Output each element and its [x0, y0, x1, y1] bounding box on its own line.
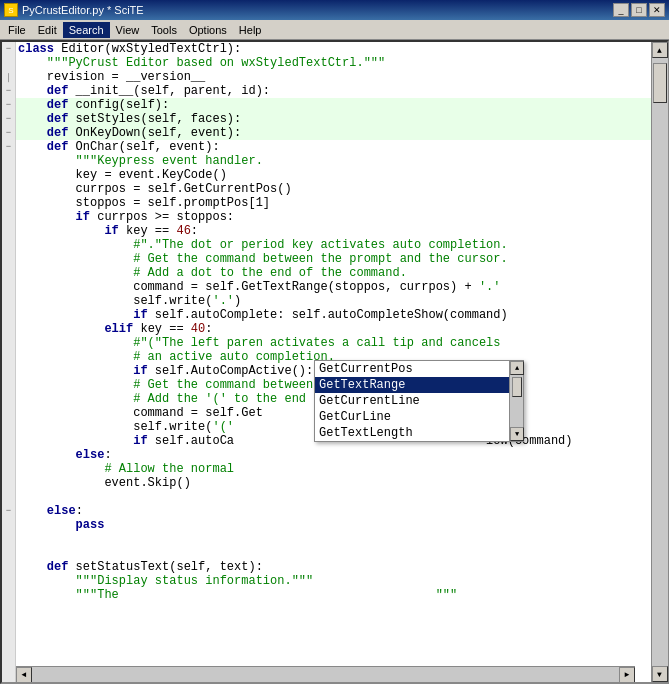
code-line-42	[16, 616, 651, 630]
fold-marker-44	[2, 644, 15, 658]
code-line-7: def OnKeyDown(self, event):	[16, 126, 651, 140]
menu-options[interactable]: Options	[183, 22, 233, 38]
fold-marker-22	[2, 336, 15, 350]
fold-marker-23	[2, 350, 15, 364]
fold-marker-6[interactable]	[2, 112, 15, 126]
fold-marker-30	[2, 448, 15, 462]
menu-edit[interactable]: Edit	[32, 22, 63, 38]
horizontal-scrollbar: ◄ ►	[16, 666, 635, 682]
menu-help[interactable]: Help	[233, 22, 268, 38]
ac-scroll-up-button[interactable]: ▲	[510, 361, 524, 375]
ac-item-4[interactable]: GetCurLine	[315, 409, 523, 425]
fold-marker-16	[2, 252, 15, 266]
code-line-32: event.Skip()	[16, 476, 651, 490]
fold-marker-2	[2, 56, 15, 70]
code-line-8: def OnChar(self, event):	[16, 140, 651, 154]
menu-file[interactable]: File	[2, 22, 32, 38]
app-icon: S	[4, 3, 18, 17]
scroll-thumb-v[interactable]	[653, 63, 667, 103]
autocomplete-dropdown[interactable]: GetCurrentPos GetTextRange GetCurrentLin…	[314, 360, 524, 442]
code-line-37	[16, 546, 651, 560]
fold-marker-26	[2, 392, 15, 406]
code-line-13: if currpos >= stoppos:	[16, 210, 651, 224]
scroll-track-h[interactable]	[32, 667, 619, 683]
code-line-30: else:	[16, 448, 651, 462]
code-line-16: # Get the command between the prompt and…	[16, 252, 651, 266]
code-line-38: def setStatusText(self, text):	[16, 560, 651, 574]
fold-marker-10	[2, 168, 15, 182]
code-lines: class Editor(wxStyledTextCtrl): """PyCru…	[16, 42, 651, 658]
fold-marker-40	[2, 588, 15, 602]
fold-marker-12	[2, 196, 15, 210]
code-line-14: if key == 46:	[16, 224, 651, 238]
maximize-button[interactable]: □	[631, 3, 647, 17]
code-line-10: key = event.KeyCode()	[16, 168, 651, 182]
ac-scroll-track	[510, 375, 523, 427]
menu-search[interactable]: Search	[63, 22, 110, 38]
fold-marker-8[interactable]	[2, 140, 15, 154]
ac-item-5[interactable]: GetTextLength	[315, 425, 523, 441]
fold-marker-4[interactable]	[2, 84, 15, 98]
fold-marker-5[interactable]	[2, 98, 15, 112]
ac-scroll-down-button[interactable]: ▼	[510, 427, 524, 441]
fold-marker-35	[2, 518, 15, 532]
code-line-5: def config(self):	[16, 98, 651, 112]
scroll-right-button[interactable]: ►	[619, 667, 635, 683]
fold-marker-14	[2, 224, 15, 238]
menu-view[interactable]: View	[110, 22, 146, 38]
fold-marker-33	[2, 490, 15, 504]
fold-marker-7[interactable]	[2, 126, 15, 140]
code-line-15: #"."The dot or period key activates auto…	[16, 238, 651, 252]
fold-marker-39	[2, 574, 15, 588]
code-area[interactable]: class Editor(wxStyledTextCtrl): """PyCru…	[16, 42, 651, 682]
vertical-scrollbar: ▲ ▼	[651, 42, 667, 682]
close-button[interactable]: ✕	[649, 3, 665, 17]
fold-marker-18	[2, 280, 15, 294]
scroll-left-button[interactable]: ◄	[16, 667, 32, 683]
code-line-35: pass	[16, 518, 651, 532]
scroll-track-v[interactable]	[652, 58, 668, 666]
code-line-20: if self.autoComplete: self.autoCompleteS…	[16, 308, 651, 322]
menu-tools[interactable]: Tools	[145, 22, 183, 38]
fold-marker-27	[2, 406, 15, 420]
minimize-button[interactable]: _	[613, 3, 629, 17]
ac-scroll-thumb[interactable]	[512, 377, 522, 397]
fold-marker-34[interactable]	[2, 504, 15, 518]
code-line-1: class Editor(wxStyledTextCtrl):	[16, 42, 651, 56]
code-line-43	[16, 630, 651, 644]
fold-marker-11	[2, 182, 15, 196]
code-line-19: self.write('.')	[16, 294, 651, 308]
fold-marker-1[interactable]	[2, 42, 15, 56]
fold-marker-38	[2, 560, 15, 574]
fold-marker-31	[2, 462, 15, 476]
title-bar-left: S PyCrustEditor.py * SciTE	[4, 3, 144, 17]
code-line-6: def setStyles(self, faces):	[16, 112, 651, 126]
fold-marker-42	[2, 616, 15, 630]
ac-item-2[interactable]: GetTextRange	[315, 377, 523, 393]
code-line-4: def __init__(self, parent, id):	[16, 84, 651, 98]
window-title: PyCrustEditor.py * SciTE	[22, 4, 144, 16]
code-line-44	[16, 644, 651, 658]
code-line-40: """The """	[16, 588, 651, 602]
code-line-17: # Add a dot to the end of the command.	[16, 266, 651, 280]
code-line-12: stoppos = self.promptPos[1]	[16, 196, 651, 210]
left-margin	[2, 42, 16, 682]
ac-scrollbar: ▲ ▼	[509, 361, 523, 441]
scroll-up-button[interactable]: ▲	[652, 42, 668, 58]
fold-marker-9	[2, 154, 15, 168]
ac-item-3[interactable]: GetCurrentLine	[315, 393, 523, 409]
fold-marker-19	[2, 294, 15, 308]
menu-bar: File Edit Search View Tools Options Help	[0, 20, 669, 40]
fold-marker-32	[2, 476, 15, 490]
fold-marker-24	[2, 364, 15, 378]
code-line-41	[16, 602, 651, 616]
code-line-22: #"("The left paren activates a call tip …	[16, 336, 651, 350]
scroll-down-button[interactable]: ▼	[652, 666, 668, 682]
code-line-33	[16, 490, 651, 504]
ac-item-1[interactable]: GetCurrentPos	[315, 361, 523, 377]
fold-marker-13	[2, 210, 15, 224]
fold-marker-25	[2, 378, 15, 392]
fold-marker-43	[2, 630, 15, 644]
code-line-18: command = self.GetTextRange(stoppos, cur…	[16, 280, 651, 294]
fold-marker-3	[2, 70, 15, 84]
